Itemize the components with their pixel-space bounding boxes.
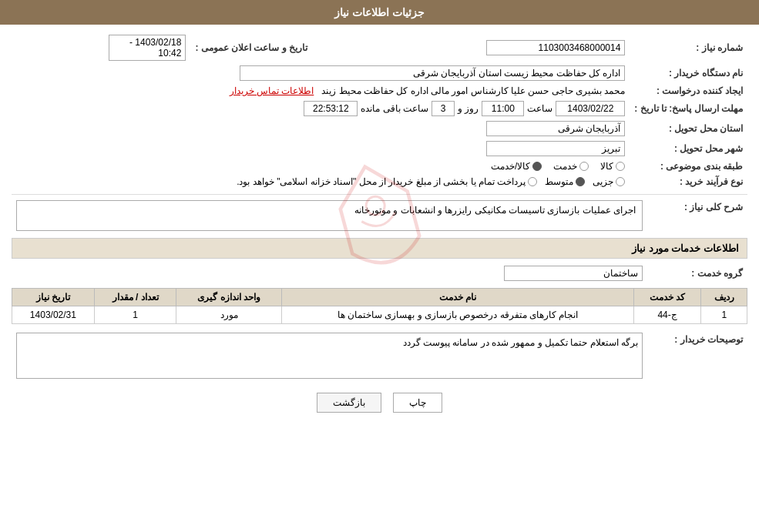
province-value: آذربایجان شرقی — [12, 119, 630, 139]
buyer-notes-label: توصیحات خریدار : — [647, 330, 747, 381]
city-field: تبریز — [486, 141, 625, 156]
radio-circle-khadamat — [579, 162, 589, 171]
buyer-notes-field: برگه استعلام حتما تکمیل و ممهور شده در س… — [16, 333, 643, 379]
radio-circle-motavasset — [576, 177, 585, 186]
main-content: شماره نیاز : 1103003468000014 تاریخ و سا… — [0, 25, 759, 420]
need-desc-label: شرح کلی نیاز : — [647, 198, 747, 233]
col-service-code: کد خدمت — [633, 289, 701, 306]
table-cell-2: انجام کارهای متفرقه درخصوص بازسازی و بهس… — [282, 306, 634, 324]
category-radio-kala[interactable]: کالا — [600, 161, 625, 172]
category-radio-khadamat[interactable]: خدمت — [553, 161, 589, 172]
category-label: طبقه بندی موضوعی : — [630, 159, 747, 174]
reply-deadline-value: 1403/02/22 ساعت 11:00 روز و 3 ساعت باقی … — [12, 99, 630, 119]
buyer-notes-table: توصیحات خریدار : برگه استعلام حتما تکمیل… — [12, 330, 747, 381]
col-quantity: تعداد / مقدار — [94, 289, 176, 306]
announce-datetime-label: تاریخ و ساعت اعلان عمومی : — [190, 32, 323, 63]
table-cell-0: 1 — [701, 306, 747, 324]
category-label-khadamat: خدمت — [553, 161, 577, 172]
category-label-kala-khadamat: کالا/خدمت — [491, 161, 530, 172]
table-cell-1: ج-44 — [633, 306, 701, 324]
radio-circle-kala — [616, 162, 625, 171]
need-number-label: شماره نیاز : — [630, 32, 747, 63]
announce-datetime-value: 1403/02/18 - 10:42 — [12, 32, 190, 63]
service-group-value: ساختمان — [12, 263, 647, 283]
buyer-notes-value: برگه استعلام حتما تکمیل و ممهور شده در س… — [12, 330, 647, 381]
svg-point-0 — [364, 195, 386, 217]
col-service-name: نام خدمت — [282, 289, 634, 306]
table-cell-4: 1 — [94, 306, 176, 324]
process-label-jozi: جزیی — [593, 176, 613, 187]
category-radio-kala-khadamat[interactable]: کالا/خدمت — [491, 161, 542, 172]
reply-time-label: ساعت — [527, 103, 552, 114]
table-cell-3: مورد — [176, 306, 282, 324]
province-field: آذربایجان شرقی — [486, 121, 625, 136]
col-date: تاریخ نیاز — [12, 289, 95, 306]
process-radio-motavasset[interactable]: متوسط — [545, 176, 585, 187]
contact-info-link[interactable]: اطلاعات تماس خریدار — [230, 85, 314, 96]
need-number-field: 1103003468000014 — [486, 40, 625, 55]
page-container: جزئیات اطلاعات نیاز شماره نیاز : 1103003… — [0, 0, 759, 532]
city-value: تبریز — [12, 139, 630, 159]
creator-label: ایجاد کننده درخواست : — [630, 83, 747, 99]
radio-circle-asnad — [528, 177, 537, 186]
btn-row: چاپ بازگشت — [12, 393, 747, 413]
category-label-kala: کالا — [600, 161, 613, 172]
buyer-org-label: نام دستگاه خریدار : — [630, 63, 747, 83]
table-row: 1ج-44انجام کارهای متفرقه درخصوص بازسازی … — [12, 306, 747, 324]
creator-text: محمد بشیری حاجی حسن علیا کارشناس امور ما… — [321, 85, 625, 96]
need-number-value: 1103003468000014 — [323, 32, 630, 63]
process-label: نوع فرآیند خرید : — [630, 174, 747, 189]
province-label: استان محل تحویل : — [630, 119, 747, 139]
print-button[interactable]: چاپ — [393, 393, 442, 413]
reply-days-field: 3 — [432, 101, 455, 116]
reply-date-field: 1403/02/22 — [556, 101, 625, 116]
page-title: جزئیات اطلاعات نیاز — [0, 0, 759, 25]
back-button[interactable]: بازگشت — [317, 393, 381, 413]
reply-remaining-field: 22:53:12 — [304, 101, 358, 116]
radio-circle-jozi — [616, 177, 625, 186]
buyer-org-field: اداره کل حفاظت محیط زیست استان آذربایجان… — [240, 65, 625, 81]
buyer-org-value: اداره کل حفاظت محیط زیست استان آذربایجان… — [12, 63, 630, 83]
reply-deadline-label: مهلت ارسال پاسخ: تا تاریخ : — [630, 99, 747, 119]
service-group-label: گروه خدمت : — [647, 263, 747, 283]
radio-circle-kala-khadamat — [532, 162, 542, 171]
announce-datetime-field: 1403/02/18 - 10:42 — [109, 35, 186, 61]
process-radio-jozi[interactable]: جزیی — [593, 176, 625, 187]
col-row-num: ردیف — [701, 289, 747, 306]
table-cell-5: 1403/02/31 — [12, 306, 95, 324]
creator-value: محمد بشیری حاجی حسن علیا کارشناس امور ما… — [12, 83, 630, 99]
reply-days-label: روز و — [458, 103, 479, 114]
process-label-motavasset: متوسط — [545, 176, 573, 187]
reply-time-field: 11:00 — [482, 101, 524, 116]
city-label: شهر محل تحویل : — [630, 139, 747, 159]
reply-remaining-label: ساعت باقی مانده — [361, 103, 428, 114]
col-unit: واحد اندازه گیری — [176, 289, 282, 306]
service-group-field: ساختمان — [504, 266, 643, 281]
